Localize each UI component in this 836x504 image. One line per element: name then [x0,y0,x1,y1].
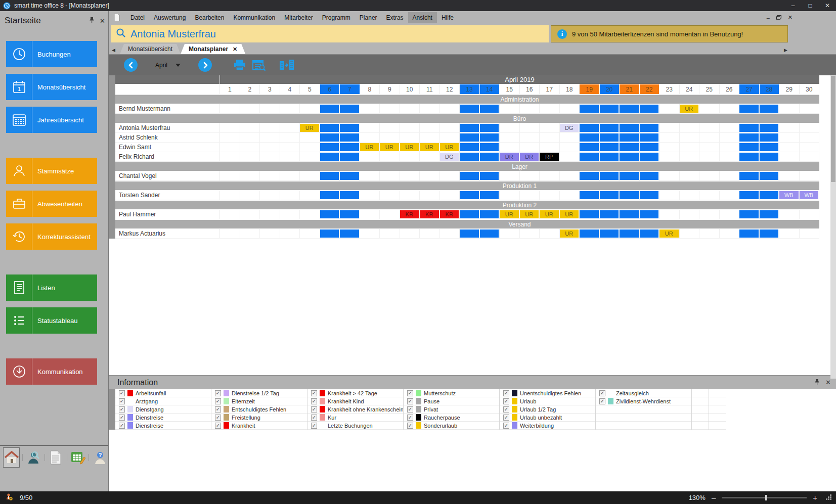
planner-day-cell[interactable] [280,152,300,161]
absence-cell-kr[interactable]: KR [400,210,419,218]
absence-cell-ur[interactable]: UR [300,124,319,132]
vertical-scrollbar[interactable] [830,75,836,379]
planner-day-cell[interactable] [560,152,580,161]
planner-day-cell[interactable] [720,143,740,152]
planner-day-cell[interactable] [520,123,540,132]
absence-cell-ur[interactable]: UR [560,230,579,238]
planner-day-cell[interactable] [659,152,680,161]
sidebar-button-jahres-bersicht[interactable]: Jahresübersicht [6,107,97,133]
planner-day-cell[interactable] [220,123,240,132]
planner-day-cell[interactable] [659,143,680,152]
non-working-day-cell[interactable] [620,133,639,142]
planner-day-cell[interactable] [800,123,820,132]
zoom-slider-thumb[interactable] [765,495,767,500]
non-working-day-cell[interactable] [739,124,759,132]
planner-day-cell[interactable]: DR [500,152,520,161]
planner-day-cell[interactable] [400,152,420,161]
legend-checkbox[interactable]: ✓ [407,398,413,404]
planner-day-cell[interactable] [360,229,380,238]
non-working-day-cell[interactable] [320,230,339,238]
legend-checkbox[interactable]: ✓ [311,398,317,404]
planner-day-cell[interactable] [600,229,620,238]
planner-day-cell[interactable] [699,133,720,142]
planner-day-cell[interactable] [560,104,580,113]
employee-name[interactable]: Antonia Musterfrau [115,123,220,132]
planner-day-cell[interactable] [280,229,300,238]
absence-cell-ur[interactable]: UR [440,143,459,151]
non-working-day-cell[interactable] [760,230,779,238]
legend-checkbox[interactable]: ✓ [407,406,413,413]
day-header-cell[interactable]: 21 [620,84,640,94]
menu-item-bearbeiten[interactable]: Bearbeiten [190,12,229,23]
day-header-cell[interactable]: 27 [739,84,760,94]
legend-checkbox[interactable]: ✓ [503,415,509,421]
non-working-day-cell[interactable] [320,172,339,180]
planner-day-cell[interactable] [260,191,280,200]
non-working-day-cell[interactable] [600,124,619,132]
non-working-day-cell[interactable] [340,105,359,113]
non-working-day-cell[interactable] [580,105,599,113]
planner-day-cell[interactable] [460,171,480,180]
planner-day-cell[interactable] [300,133,320,142]
home-icon[interactable] [3,447,20,468]
planner-day-cell[interactable] [300,152,320,161]
non-working-day-cell[interactable] [580,210,599,218]
non-working-day-cell[interactable] [340,133,359,142]
planner-day-cell[interactable] [779,171,800,180]
day-header-cell[interactable]: 3 [260,84,280,94]
planner-day-cell[interactable] [220,191,240,200]
absence-cell-dg[interactable]: DG [440,153,459,161]
planner-day-cell[interactable] [260,210,280,219]
planner-day-cell[interactable] [800,152,820,161]
planner-day-cell[interactable] [320,143,340,152]
planner-day-cell[interactable]: UR [560,229,580,238]
non-working-day-cell[interactable] [480,191,499,199]
planner-day-cell[interactable] [380,191,400,200]
employee-name[interactable]: Markus Actuarius [115,229,220,238]
planner-day-cell[interactable]: UR [520,210,540,219]
non-working-day-cell[interactable] [600,172,619,180]
planner-day-cell[interactable] [580,191,600,200]
non-working-day-cell[interactable] [460,210,479,218]
planner-day-cell[interactable] [240,152,260,161]
non-working-day-cell[interactable] [580,133,599,142]
planner-day-cell[interactable] [460,104,480,113]
non-working-day-cell[interactable] [739,230,759,238]
day-header-cell[interactable]: 8 [360,84,380,94]
non-working-day-cell[interactable] [580,124,599,132]
planner-day-cell[interactable] [760,210,780,219]
employee-name[interactable]: Chantal Vogel [115,171,220,180]
document-menu-icon[interactable] [114,14,120,21]
planner-day-cell[interactable] [300,229,320,238]
non-working-day-cell[interactable] [640,105,659,113]
planner-day-cell[interactable] [260,171,280,180]
planner-day-cell[interactable] [460,191,480,200]
planner-day-cell[interactable]: DR [520,152,540,161]
calendar-pencil-icon[interactable] [69,447,86,468]
planner-day-cell[interactable] [760,133,780,142]
planner-day-cell[interactable]: UR [659,229,680,238]
planner-day-cell[interactable] [280,123,300,132]
planner-day-cell[interactable] [220,104,240,113]
planner-day-cell[interactable] [659,171,680,180]
non-working-day-cell[interactable] [620,210,639,218]
planner-day-cell[interactable]: DG [440,152,460,161]
person-search-icon[interactable] [25,447,42,468]
legend-checkbox[interactable]: ✓ [119,406,125,413]
planner-day-cell[interactable] [340,210,360,219]
planner-day-cell[interactable] [220,152,240,161]
non-working-day-cell[interactable] [460,153,479,161]
day-header-cell[interactable]: 13 [460,84,480,94]
non-working-day-cell[interactable] [640,210,659,218]
planner-day-cell[interactable] [220,171,240,180]
absence-cell-ur[interactable]: UR [420,143,439,151]
planner-day-cell[interactable] [280,210,300,219]
planner-day-cell[interactable] [739,191,760,200]
planner-day-cell[interactable] [460,210,480,219]
planner-day-cell[interactable] [699,210,720,219]
zoom-out-button[interactable]: – [712,493,716,502]
planner-day-cell[interactable] [520,191,540,200]
planner-day-cell[interactable] [720,171,740,180]
planner-day-cell[interactable] [320,171,340,180]
planner-day-cell[interactable] [380,229,400,238]
